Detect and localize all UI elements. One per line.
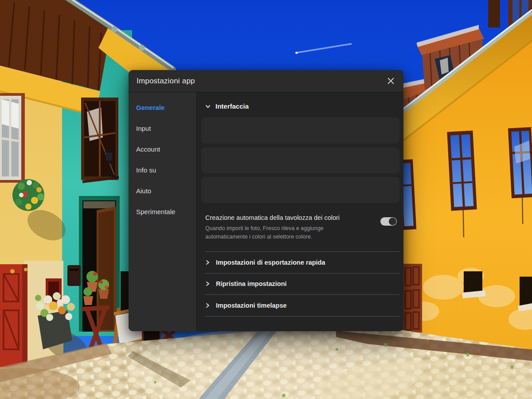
auto-palette-label: Creazione automatica della tavolozza dei… xyxy=(205,214,380,221)
settings-sidebar: Generale Input Account Info su Aiuto Spe… xyxy=(129,92,197,331)
auto-palette-toggle[interactable] xyxy=(380,217,397,226)
section-row-label: Impostazioni di esportazione rapida xyxy=(216,259,325,266)
section-row-timelapse[interactable]: Impostazioni timelapse xyxy=(205,295,399,317)
auto-palette-description: Quando importi le foto, Fresco rileva e … xyxy=(205,224,358,241)
section-label: Interfaccia xyxy=(215,102,249,110)
screenshot-root: Impostazioni app Generale Input Account … xyxy=(0,0,532,399)
toggle-knob xyxy=(389,218,396,225)
chevron-right-icon xyxy=(205,303,210,308)
settings-main-panel: Interfaccia Creazione automatica della t… xyxy=(197,92,403,331)
sidebar-item-aiuto[interactable]: Aiuto xyxy=(129,180,196,201)
chevron-down-icon xyxy=(205,104,211,109)
section-header-interfaccia[interactable]: Interfaccia xyxy=(201,102,399,110)
settings-placeholder-card[interactable] xyxy=(201,117,399,144)
auto-palette-setting-row: Creazione automatica della tavolozza dei… xyxy=(201,214,399,241)
section-row-label: Ripristina impostazioni xyxy=(216,280,287,287)
auto-palette-texts: Creazione automatica della tavolozza dei… xyxy=(205,214,380,241)
sidebar-item-account[interactable]: Account xyxy=(129,139,196,160)
close-icon xyxy=(387,77,395,85)
sidebar-item-input[interactable]: Input xyxy=(129,118,196,139)
dialog-titlebar: Impostazioni app xyxy=(129,70,403,92)
settings-placeholder-card[interactable] xyxy=(201,177,399,203)
section-row-label: Impostazioni timelapse xyxy=(216,302,287,309)
sidebar-item-info-su[interactable]: Info su xyxy=(129,160,196,180)
dialog-body: Generale Input Account Info su Aiuto Spe… xyxy=(129,92,403,331)
close-button[interactable] xyxy=(384,74,397,88)
dialog-title: Impostazioni app xyxy=(137,77,195,86)
section-row-esportazione-rapida[interactable]: Impostazioni di esportazione rapida xyxy=(205,252,399,274)
settings-placeholder-card[interactable] xyxy=(201,147,399,173)
section-row-ripristina[interactable]: Ripristina impostazioni xyxy=(205,274,399,295)
app-settings-dialog: Impostazioni app Generale Input Account … xyxy=(129,70,403,331)
collapsed-sections-list: Impostazioni di esportazione rapida Ripr… xyxy=(205,251,399,317)
sidebar-item-generale[interactable]: Generale xyxy=(129,97,196,118)
chevron-right-icon xyxy=(205,281,210,286)
chevron-right-icon xyxy=(205,260,210,265)
sidebar-item-sperimentale[interactable]: Sperimentale xyxy=(129,201,196,222)
